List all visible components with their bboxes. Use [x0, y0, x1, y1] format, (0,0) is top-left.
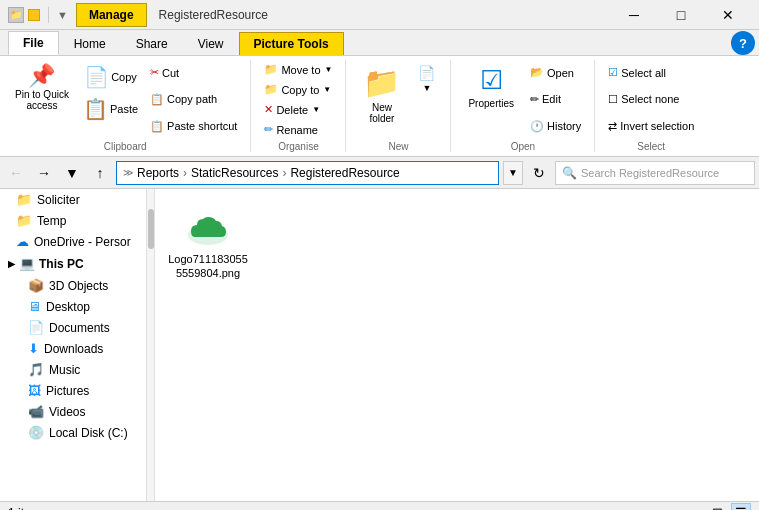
select-label: Select [637, 139, 665, 152]
select-group: ☑ Select all ☐ Select none ⇄ Invert sele… [595, 60, 707, 152]
sidebar-item-this-pc[interactable]: ▶ 💻 This PC [0, 252, 146, 275]
sidebar-item-documents[interactable]: 📄 Documents [0, 317, 146, 338]
sidebar-item-music[interactable]: 🎵 Music [0, 359, 146, 380]
edit-icon: ✏ [530, 93, 539, 106]
path-registered-resource[interactable]: RegisteredResource [290, 166, 399, 180]
address-path: ≫ Reports › StaticResources › Registered… [116, 161, 499, 185]
up-button[interactable]: ↑ [88, 161, 112, 185]
clipboard-content: 📌 Pin to Quick access 📄 Copy 📋 Paste ✂ C… [8, 60, 242, 139]
tab-picture-tools[interactable]: Picture Tools [239, 32, 344, 55]
edit-button[interactable]: ✏ Edit [525, 90, 586, 109]
quick-access-icon: 📁 [8, 7, 24, 23]
tab-manage[interactable]: Manage [76, 3, 147, 27]
new-item-label: ▼ [422, 83, 431, 93]
back-button[interactable]: ← [4, 161, 28, 185]
select-none-button[interactable]: ☐ Select none [603, 90, 699, 109]
paste-shortcut-button[interactable]: 📋 Paste shortcut [145, 117, 242, 136]
sidebar-label-documents: Documents [49, 321, 110, 335]
select-all-icon: ☑ [608, 66, 618, 79]
details-view-button[interactable]: ☰ [731, 503, 751, 511]
path-static-resources[interactable]: StaticResources [191, 166, 278, 180]
sidebar-item-pictures[interactable]: 🖼 Pictures [0, 380, 146, 401]
sidebar-item-downloads[interactable]: ⬇ Downloads [0, 338, 146, 359]
documents-icon: 📄 [28, 320, 44, 335]
sidebar-label-desktop: Desktop [46, 300, 90, 314]
minimize-button[interactable]: ─ [611, 0, 657, 30]
new-item-icon: 📄 [418, 65, 435, 81]
sidebar-label-soliciter: Soliciter [37, 193, 80, 207]
file-icon-svg [183, 207, 233, 247]
file-item-logo[interactable]: Logo7111830555559804.png [163, 197, 253, 286]
rename-button[interactable]: ✏ Rename [259, 120, 337, 139]
recent-button[interactable]: ▼ [60, 161, 84, 185]
tab-share[interactable]: Share [121, 32, 183, 55]
new-folder-button[interactable]: 📁 New folder [354, 60, 409, 129]
invert-icon: ⇄ [608, 120, 617, 133]
view-controls: ⊞ ☰ [707, 503, 751, 511]
cut-button[interactable]: ✂ Cut [145, 63, 242, 82]
select-all-button[interactable]: ☑ Select all [603, 63, 699, 82]
sidebar-label-music: Music [49, 363, 80, 377]
move-to-button[interactable]: 📁 Move to ▼ [259, 60, 337, 79]
sidebar-item-soliciter[interactable]: 📁 Soliciter [0, 189, 146, 210]
open-button[interactable]: 📂 Open [525, 63, 586, 82]
tab-file[interactable]: File [8, 31, 59, 55]
sidebar-item-videos[interactable]: 📹 Videos [0, 401, 146, 422]
invert-selection-button[interactable]: ⇄ Invert selection [603, 117, 699, 136]
new-item-button[interactable]: 📄 ▼ [411, 60, 442, 98]
select-none-icon: ☐ [608, 93, 618, 106]
pin-quick-access-button[interactable]: 📌 Pin to Quick access [8, 60, 76, 116]
move-to-arrow: ▼ [325, 65, 333, 74]
search-box: 🔍 Search RegisteredResource [555, 161, 755, 185]
close-button[interactable]: ✕ [705, 0, 751, 30]
organise-group: 📁 Move to ▼ 📁 Copy to ▼ ✕ Delete ▼ ✏ Ren… [251, 60, 346, 152]
pin-icon: 📌 [28, 65, 55, 87]
folder-soliciter-icon: 📁 [16, 192, 32, 207]
copy-to-button[interactable]: 📁 Copy to ▼ [259, 80, 337, 99]
pictures-icon: 🖼 [28, 383, 41, 398]
sidebar-label-pictures: Pictures [46, 384, 89, 398]
delete-button[interactable]: ✕ Delete ▼ [259, 100, 337, 119]
properties-button[interactable]: ☑ Properties [459, 60, 523, 114]
sidebar-item-local-disk[interactable]: 💿 Local Disk (C:) [0, 422, 146, 443]
delete-icon: ✕ [264, 103, 273, 116]
path-dropdown-button[interactable]: ▼ [503, 161, 523, 185]
chevron-start: ≫ [123, 167, 133, 178]
downloads-icon: ⬇ [28, 341, 39, 356]
sidebar-label-3d-objects: 3D Objects [49, 279, 108, 293]
new-group: 📁 New folder 📄 ▼ New [346, 60, 451, 152]
file-area: Logo7111830555559804.png [155, 189, 759, 501]
tab-view[interactable]: View [183, 32, 239, 55]
sidebar-scrollbar[interactable] [146, 189, 154, 501]
sidebar-label-local-disk: Local Disk (C:) [49, 426, 128, 440]
sidebar-item-desktop[interactable]: 🖥 Desktop [0, 296, 146, 317]
clipboard-label: Clipboard [104, 139, 147, 152]
forward-button[interactable]: → [32, 161, 56, 185]
sidebar-item-3d-objects[interactable]: 📦 3D Objects [0, 275, 146, 296]
open-label: Open [511, 139, 535, 152]
sidebar-item-temp[interactable]: 📁 Temp [0, 210, 146, 231]
path-sep-2: › [282, 166, 286, 180]
history-button[interactable]: 🕐 History [525, 117, 586, 136]
status-bar: 1 item ⊞ ☰ [0, 501, 759, 510]
copy-to-icon: 📁 [264, 83, 278, 96]
paste-button[interactable]: 📋 Paste [78, 94, 143, 124]
copy-button[interactable]: 📄 Copy [79, 60, 142, 94]
refresh-button[interactable]: ↻ [527, 161, 551, 185]
sidebar-label-onedrive: OneDrive - Persor [34, 235, 131, 249]
maximize-button[interactable]: □ [658, 0, 704, 30]
cut-copy-path-stack: ✂ Cut 📋 Copy path 📋 Paste shortcut [145, 60, 242, 139]
path-reports[interactable]: Reports [137, 166, 179, 180]
tab-home[interactable]: Home [59, 32, 121, 55]
help-button[interactable]: ? [731, 31, 755, 55]
copy-icon: 📄 [84, 67, 109, 87]
tiles-view-button[interactable]: ⊞ [707, 503, 727, 511]
sidebar-item-onedrive[interactable]: ☁ OneDrive - Persor [0, 231, 146, 252]
copy-path-button[interactable]: 📋 Copy path [145, 90, 242, 109]
videos-icon: 📹 [28, 404, 44, 419]
ribbon-tabs-row: Manage [76, 3, 147, 27]
rename-icon: ✏ [264, 123, 273, 136]
sidebar: 📁 Soliciter 📁 Temp ☁ OneDrive - Persor ▶… [0, 189, 146, 501]
scrollbar-thumb [148, 209, 154, 249]
window-title: RegisteredResource [159, 8, 268, 22]
